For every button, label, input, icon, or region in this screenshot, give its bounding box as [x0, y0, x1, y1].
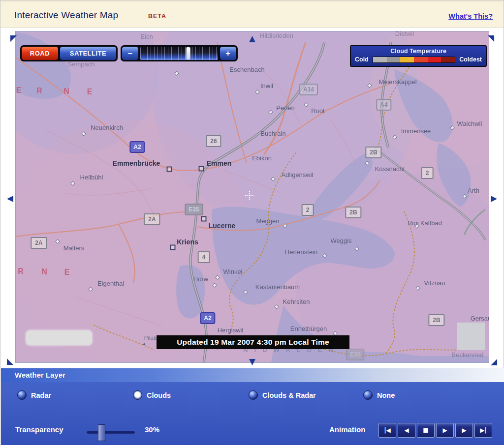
page-title: Interactive Weather Map — [14, 10, 118, 21]
map-town-label: Emmen — [207, 159, 232, 167]
map-town-label: Eschenbach — [229, 66, 265, 73]
town-marker-dot — [274, 304, 279, 309]
town-marker-dot — [212, 283, 217, 288]
map-town-label: Perlen — [276, 104, 295, 112]
pan-east-arrow[interactable]: ▶ — [491, 194, 497, 203]
layer-option-label: None — [377, 391, 395, 399]
weather-layer-title: Weather Layer — [15, 371, 65, 379]
map-town-label: Buchrain — [260, 130, 285, 137]
town-marker-dot — [283, 223, 287, 228]
road-badge: 2B — [365, 147, 381, 158]
animation-step-forward-button[interactable]: ▶ — [455, 423, 473, 438]
road-badge: A4 — [376, 99, 391, 111]
legend-cold-label: Cold — [355, 56, 369, 63]
road-badge: E35 — [346, 349, 364, 360]
legend-title: Cloud Temperature — [355, 48, 482, 55]
radio-button-selected[interactable] — [133, 390, 142, 400]
pan-south-arrow[interactable]: ▼ — [249, 357, 255, 366]
animation-play-button[interactable]: ▶ — [436, 423, 454, 438]
town-marker-dot — [462, 194, 467, 199]
radio-button[interactable] — [249, 390, 258, 400]
animation-controls: |◀◀■▶▶▶| — [378, 423, 492, 438]
town-marker-dot — [55, 239, 60, 244]
map-town-label: Hellbühl — [80, 174, 103, 181]
town-marker-dot — [255, 89, 260, 94]
map-town-label: Kehrsiten — [283, 298, 310, 305]
layer-option-none[interactable]: None — [363, 390, 395, 400]
redacted-watermark — [26, 330, 92, 345]
road-badge: 26 — [206, 135, 221, 147]
map-town-label: Meggen — [256, 217, 280, 225]
town-marker-dot — [81, 131, 86, 136]
road-badge: 2A — [144, 213, 160, 225]
town-marker-dot — [367, 83, 372, 88]
weather-layer-header: Weather Layer — [1, 368, 504, 382]
town-marker-dot — [271, 177, 276, 181]
pan-northeast-arrow[interactable]: ◥ — [488, 34, 494, 42]
road-view-button[interactable]: ROAD — [22, 47, 58, 60]
animation-skip-to-end-button[interactable]: ▶| — [474, 423, 492, 438]
transparency-slider-thumb[interactable] — [98, 424, 105, 441]
map-town-label: Gersau — [471, 315, 489, 322]
map-town-label: Beckenried — [451, 351, 483, 358]
layer-option-clouds-radar[interactable]: Clouds & Radar — [249, 390, 316, 400]
legend-color-segment — [441, 57, 455, 62]
legend-coldest-label: Coldest — [459, 56, 482, 63]
map-town-label: Hertenstein — [285, 248, 317, 256]
layer-option-radar[interactable]: Radar — [17, 390, 51, 400]
legend-color-segment — [387, 57, 401, 62]
map-town-label: Lucerne — [209, 222, 235, 230]
zoom-in-button[interactable]: + — [220, 47, 236, 60]
pan-southwest-arrow[interactable]: ◣ — [7, 357, 13, 365]
legend-gradient-bar — [373, 57, 455, 63]
town-marker-dot — [365, 161, 370, 166]
layer-option-label: Radar — [31, 391, 51, 399]
satellite-view-button[interactable]: SATELLITE — [60, 47, 116, 60]
city-marker-square — [167, 167, 172, 172]
crosshair-cursor — [245, 191, 253, 200]
city-marker-square — [170, 245, 176, 250]
animation-stop-button[interactable]: ■ — [417, 423, 435, 438]
zoom-slider-thumb[interactable] — [187, 47, 190, 59]
animation-label: Animation — [329, 425, 365, 434]
map-town-label: Eich — [140, 33, 153, 40]
animation-step-back-button[interactable]: ◀ — [398, 423, 415, 438]
town-marker-dot — [243, 290, 248, 295]
town-marker-dot — [304, 102, 309, 107]
redacted-logo — [457, 323, 485, 350]
map-town-label: Hildisrieden — [260, 32, 293, 39]
road-badge: E35 — [185, 204, 203, 215]
legend-color-segment — [428, 57, 441, 62]
map-town-label: Eigenthal — [97, 280, 124, 287]
canton-letter: E — [64, 268, 70, 277]
town-marker-dot — [174, 71, 179, 76]
mountain-peak-icon: ▲ — [142, 341, 147, 346]
city-marker-square — [199, 166, 204, 172]
map-town-label: Adligenswil — [281, 171, 313, 178]
map-town-label: Rigi Kaltbad — [408, 219, 442, 227]
canton-letter: N — [41, 267, 47, 276]
canton-letter: E — [87, 88, 93, 96]
zoom-out-button[interactable]: − — [122, 47, 138, 60]
radio-button[interactable] — [363, 390, 373, 400]
road-badge: A2 — [200, 312, 215, 324]
layer-option-clouds[interactable]: Clouds — [133, 390, 171, 400]
zoom-slider[interactable] — [140, 47, 218, 60]
canton-letter: N — [63, 87, 69, 96]
transparency-label: Transparency — [15, 425, 63, 434]
radio-button[interactable] — [17, 390, 27, 400]
transparency-value: 30% — [145, 425, 159, 434]
town-marker-dot — [450, 125, 455, 130]
layer-option-label: Clouds — [147, 391, 171, 399]
animation-skip-to-start-button[interactable]: |◀ — [378, 423, 396, 438]
zoom-control: − + — [121, 45, 238, 61]
map-town-label: Ennetbürgen — [290, 325, 327, 332]
pan-southeast-arrow[interactable]: ◢ — [491, 357, 497, 366]
pan-west-arrow[interactable]: ◀ — [7, 194, 13, 203]
pan-north-arrow[interactable]: ▲ — [249, 34, 255, 43]
map-town-label: Neuenkirch — [91, 124, 123, 131]
road-badge: 4 — [198, 251, 210, 263]
pan-northwest-arrow[interactable]: ◤ — [10, 34, 17, 42]
whats-this-link[interactable]: What's This? — [448, 12, 493, 20]
transparency-slider-track[interactable] — [87, 431, 135, 434]
